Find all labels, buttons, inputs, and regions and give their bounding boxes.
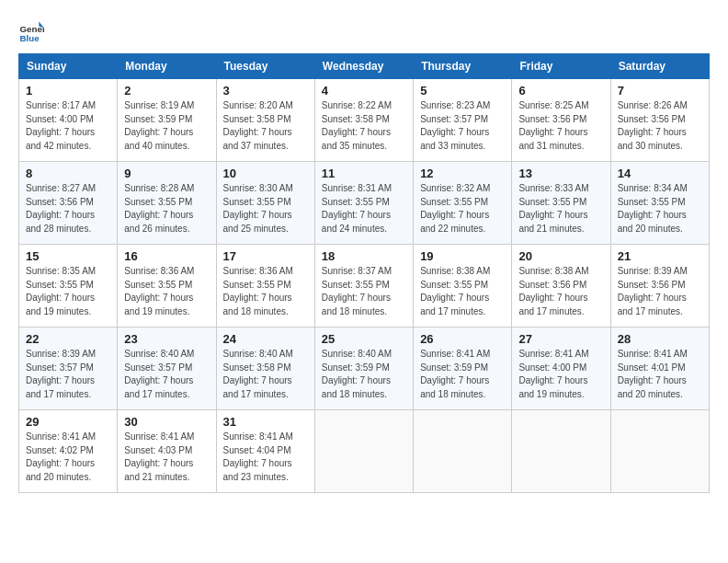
day-number: 15 [26, 249, 110, 263]
weekday-header-sunday: Sunday [19, 54, 118, 79]
calendar-cell: 18Sunrise: 8:37 AMSunset: 3:55 PMDayligh… [314, 245, 413, 327]
day-number: 25 [322, 332, 406, 346]
day-info: Sunrise: 8:28 AMSunset: 3:55 PMDaylight:… [124, 182, 209, 236]
calendar-cell: 28Sunrise: 8:41 AMSunset: 4:01 PMDayligh… [610, 327, 709, 410]
calendar-cell: 27Sunrise: 8:41 AMSunset: 4:00 PMDayligh… [512, 327, 610, 410]
day-info: Sunrise: 8:23 AMSunset: 3:57 PMDaylight:… [420, 99, 505, 153]
calendar-cell: 21Sunrise: 8:39 AMSunset: 3:56 PMDayligh… [610, 245, 709, 327]
weekday-header-row: SundayMondayTuesdayWednesdayThursdayFrid… [19, 54, 710, 79]
day-number: 21 [618, 249, 702, 263]
day-number: 24 [223, 332, 308, 346]
day-info: Sunrise: 8:32 AMSunset: 3:55 PMDaylight:… [420, 182, 505, 236]
calendar-cell: 15Sunrise: 8:35 AMSunset: 3:55 PMDayligh… [19, 245, 118, 327]
day-info: Sunrise: 8:34 AMSunset: 3:55 PMDaylight:… [618, 182, 702, 236]
day-number: 1 [26, 84, 110, 98]
logo: General Blue [18, 18, 48, 44]
day-number: 17 [223, 249, 308, 263]
day-number: 13 [518, 167, 603, 180]
svg-text:Blue: Blue [19, 33, 40, 43]
calendar-cell: 10Sunrise: 8:30 AMSunset: 3:55 PMDayligh… [216, 162, 314, 245]
day-number: 18 [322, 249, 406, 263]
day-number: 4 [322, 84, 406, 98]
day-info: Sunrise: 8:25 AMSunset: 3:56 PMDaylight:… [518, 99, 603, 153]
weekday-header-friday: Friday [512, 54, 610, 79]
day-info: Sunrise: 8:27 AMSunset: 3:56 PMDaylight:… [26, 182, 110, 236]
day-number: 22 [26, 332, 110, 346]
day-info: Sunrise: 8:33 AMSunset: 3:55 PMDaylight:… [518, 182, 603, 236]
day-info: Sunrise: 8:41 AMSunset: 4:00 PMDaylight:… [518, 348, 603, 401]
day-number: 30 [124, 415, 209, 429]
day-info: Sunrise: 8:37 AMSunset: 3:55 PMDaylight:… [322, 265, 406, 318]
calendar-cell: 1Sunrise: 8:17 AMSunset: 4:00 PMDaylight… [19, 79, 118, 162]
day-number: 20 [518, 249, 603, 263]
calendar-cell: 13Sunrise: 8:33 AMSunset: 3:55 PMDayligh… [512, 162, 610, 245]
day-number: 14 [618, 167, 702, 180]
day-number: 29 [26, 415, 110, 429]
calendar-cell: 4Sunrise: 8:22 AMSunset: 3:58 PMDaylight… [314, 79, 413, 162]
day-info: Sunrise: 8:19 AMSunset: 3:59 PMDaylight:… [124, 99, 209, 153]
day-number: 7 [618, 84, 702, 98]
day-number: 26 [420, 332, 505, 346]
weekday-header-wednesday: Wednesday [314, 54, 413, 79]
calendar-cell: 14Sunrise: 8:34 AMSunset: 3:55 PMDayligh… [610, 162, 709, 245]
day-info: Sunrise: 8:26 AMSunset: 3:56 PMDaylight:… [618, 99, 702, 153]
day-number: 2 [124, 84, 209, 98]
day-info: Sunrise: 8:38 AMSunset: 3:56 PMDaylight:… [518, 265, 603, 318]
calendar-cell: 17Sunrise: 8:36 AMSunset: 3:55 PMDayligh… [216, 245, 314, 327]
calendar-cell: 12Sunrise: 8:32 AMSunset: 3:55 PMDayligh… [414, 162, 512, 245]
day-info: Sunrise: 8:38 AMSunset: 3:55 PMDaylight:… [420, 265, 505, 318]
day-info: Sunrise: 8:39 AMSunset: 3:56 PMDaylight:… [618, 265, 702, 318]
calendar-cell: 9Sunrise: 8:28 AMSunset: 3:55 PMDaylight… [118, 162, 216, 245]
calendar-cell: 7Sunrise: 8:26 AMSunset: 3:56 PMDaylight… [610, 79, 709, 162]
day-number: 10 [223, 167, 308, 180]
calendar-cell: 20Sunrise: 8:38 AMSunset: 3:56 PMDayligh… [512, 245, 610, 327]
day-number: 28 [618, 332, 702, 346]
calendar-cell: 2Sunrise: 8:19 AMSunset: 3:59 PMDaylight… [118, 79, 216, 162]
day-number: 5 [420, 84, 505, 98]
day-info: Sunrise: 8:35 AMSunset: 3:55 PMDaylight:… [26, 265, 110, 318]
calendar-week-row: 1Sunrise: 8:17 AMSunset: 4:00 PMDaylight… [19, 79, 710, 162]
calendar-cell: 22Sunrise: 8:39 AMSunset: 3:57 PMDayligh… [19, 327, 118, 410]
day-info: Sunrise: 8:20 AMSunset: 3:58 PMDaylight:… [223, 99, 308, 153]
calendar-cell: 24Sunrise: 8:40 AMSunset: 3:58 PMDayligh… [216, 327, 314, 410]
weekday-header-monday: Monday [118, 54, 216, 79]
day-number: 31 [223, 415, 308, 429]
day-info: Sunrise: 8:39 AMSunset: 3:57 PMDaylight:… [26, 348, 110, 401]
weekday-header-tuesday: Tuesday [216, 54, 314, 79]
page-header: General Blue [18, 18, 710, 44]
day-number: 6 [518, 84, 603, 98]
day-number: 9 [124, 167, 209, 180]
calendar-cell: 23Sunrise: 8:40 AMSunset: 3:57 PMDayligh… [118, 327, 216, 410]
day-number: 12 [420, 167, 505, 180]
calendar-table: SundayMondayTuesdayWednesdayThursdayFrid… [18, 53, 710, 493]
calendar-week-row: 15Sunrise: 8:35 AMSunset: 3:55 PMDayligh… [19, 245, 710, 327]
calendar-week-row: 8Sunrise: 8:27 AMSunset: 3:56 PMDaylight… [19, 162, 710, 245]
day-info: Sunrise: 8:40 AMSunset: 3:58 PMDaylight:… [223, 348, 308, 401]
calendar-cell: 25Sunrise: 8:40 AMSunset: 3:59 PMDayligh… [314, 327, 413, 410]
day-info: Sunrise: 8:41 AMSunset: 4:04 PMDaylight:… [223, 431, 308, 484]
day-number: 11 [322, 167, 406, 180]
calendar-cell: 5Sunrise: 8:23 AMSunset: 3:57 PMDaylight… [414, 79, 512, 162]
calendar-cell: 31Sunrise: 8:41 AMSunset: 4:04 PMDayligh… [216, 410, 314, 493]
logo-icon: General Blue [18, 18, 44, 44]
day-info: Sunrise: 8:17 AMSunset: 4:00 PMDaylight:… [26, 99, 110, 153]
day-number: 8 [26, 167, 110, 180]
day-info: Sunrise: 8:41 AMSunset: 3:59 PMDaylight:… [420, 348, 505, 401]
day-info: Sunrise: 8:40 AMSunset: 3:57 PMDaylight:… [124, 348, 209, 401]
day-number: 27 [518, 332, 603, 346]
calendar-week-row: 29Sunrise: 8:41 AMSunset: 4:02 PMDayligh… [19, 410, 710, 493]
calendar-cell: 29Sunrise: 8:41 AMSunset: 4:02 PMDayligh… [19, 410, 118, 493]
day-number: 16 [124, 249, 209, 263]
calendar-cell: 6Sunrise: 8:25 AMSunset: 3:56 PMDaylight… [512, 79, 610, 162]
day-info: Sunrise: 8:22 AMSunset: 3:58 PMDaylight:… [322, 99, 406, 153]
day-number: 19 [420, 249, 505, 263]
calendar-week-row: 22Sunrise: 8:39 AMSunset: 3:57 PMDayligh… [19, 327, 710, 410]
calendar-cell [414, 410, 512, 493]
day-info: Sunrise: 8:36 AMSunset: 3:55 PMDaylight:… [124, 265, 209, 318]
day-info: Sunrise: 8:40 AMSunset: 3:59 PMDaylight:… [322, 348, 406, 401]
day-number: 23 [124, 332, 209, 346]
calendar-cell: 26Sunrise: 8:41 AMSunset: 3:59 PMDayligh… [414, 327, 512, 410]
weekday-header-saturday: Saturday [610, 54, 709, 79]
calendar-cell: 8Sunrise: 8:27 AMSunset: 3:56 PMDaylight… [19, 162, 118, 245]
weekday-header-thursday: Thursday [414, 54, 512, 79]
